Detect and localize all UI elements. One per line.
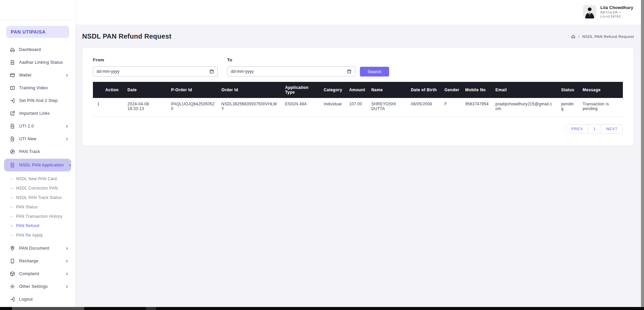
sidebar-item-label: PAN Track [19, 149, 40, 154]
sidebar-item-dashboard[interactable]: Dashboard [0, 43, 75, 56]
sidebar-item-pan-document[interactable]: PAN Document [0, 242, 75, 255]
breadcrumb-current: NSDL PAN Refund Request [582, 35, 634, 39]
wallet-icon [10, 72, 15, 78]
breadcrumb-separator: / [578, 35, 580, 39]
calendar-icon[interactable] [347, 69, 352, 74]
table-cell-p-order-id: PAQLUOJQ8425350520 [168, 98, 218, 117]
table-header-row: Action Date P-Order Id Order Id Applicat… [93, 82, 623, 98]
home-icon [10, 47, 15, 52]
submenu-item-label: PAN Re Apply [16, 233, 43, 238]
from-date-input[interactable]: dd-mm-yyyy [93, 66, 218, 76]
sidebar-item-label: UTI 2.0 [19, 124, 34, 128]
logout-icon [10, 297, 15, 302]
sidebar-item-label: Wallet [19, 73, 32, 78]
table-cell-date-of-birth: 08/05/2008 [408, 98, 441, 117]
page-head: NSDL PAN Refund Request / NSDL PAN Refun… [75, 24, 644, 40]
page-number-button[interactable]: 1 [588, 124, 601, 133]
sidebar-item-other-settings[interactable]: Other Settings [0, 280, 75, 293]
sidebar-item-label: Recharge [19, 259, 38, 263]
submenu-item-label: PAN Status [16, 205, 38, 209]
sidebar: PAN UTIPAISA Dashboard Aadhar Linking St… [0, 0, 75, 310]
user-menu[interactable]: Lila Chowdhury RETAILER LILAC18763 [583, 5, 633, 18]
sidebar-item-training-video[interactable]: Training Video [0, 82, 75, 94]
submenu-item-pan-re-apply[interactable]: –PAN Re Apply [0, 230, 75, 240]
user-name: Lila Chowdhury [600, 5, 633, 10]
sidebar-item-wallet[interactable]: Wallet [0, 69, 75, 82]
submenu-item-nsdl-new-pan-card[interactable]: –NSDL New PAN Card [0, 174, 75, 184]
dash-marker: – [10, 223, 13, 228]
submenu-item-pan-transaction-history[interactable]: –PAN Transaction History [0, 212, 75, 221]
vertical-scrollbar[interactable] [641, 0, 644, 310]
compass-icon [10, 149, 15, 154]
pagination: PREV 1 NEXT [566, 124, 623, 134]
to-date-input[interactable]: dd-mm-yyyy [227, 66, 355, 76]
topbar: Lila Chowdhury RETAILER LILAC18763 [75, 0, 644, 24]
table-cell-application-type: ESIGN 49A [282, 98, 320, 117]
sidebar-item-logout[interactable]: Logout [0, 293, 75, 306]
table-header-cell: Order Id [218, 82, 282, 98]
table-header-cell: P-Order Id [168, 82, 218, 98]
prev-page-button[interactable]: PREV [566, 124, 588, 133]
table-header-cell: Email [492, 82, 558, 98]
table-header-cell: Action [93, 82, 124, 98]
nsdl-pan-application-submenu: –NSDL New PAN Card –NSDL Correction PAN … [0, 172, 75, 242]
table-header-cell: Application Type [282, 82, 320, 98]
main-content: NSDL PAN Refund Request / NSDL PAN Refun… [75, 24, 644, 307]
table-header-cell: Message [579, 82, 623, 98]
chevron-right-icon [65, 73, 69, 78]
sidebar-item-complaint[interactable]: Complaint [0, 267, 75, 280]
table-cell-status: pending [558, 98, 579, 117]
next-page-button[interactable]: NEXT [601, 124, 623, 133]
home-icon[interactable] [571, 34, 576, 39]
gear-icon [10, 284, 15, 289]
sidebar-item-pan-track[interactable]: PAN Track [0, 145, 75, 158]
video-icon [10, 85, 15, 91]
table-header-cell: Amount [346, 82, 368, 98]
sidebar-item-nsdl-pan-application[interactable]: NSDL PAN Application [4, 159, 71, 171]
avatar [583, 5, 596, 18]
sidebar-logo-area [0, 0, 75, 20]
table-header-cell: Category [320, 82, 346, 98]
sidebar-item-set-pin[interactable]: Set PIN And 2 Step [0, 94, 75, 107]
table-header-cell: Mobile No [462, 82, 492, 98]
page-title: NSDL PAN Refund Request [82, 33, 171, 40]
horizontal-scrollbar-thumb[interactable] [12, 307, 84, 310]
chevron-down-icon [619, 11, 622, 14]
horizontal-scrollbar-track[interactable] [0, 307, 644, 310]
sidebar-item-uti-new[interactable]: UTI New [0, 133, 75, 145]
dash-marker: – [10, 233, 13, 238]
dash-marker: – [10, 176, 13, 181]
refund-request-card: From dd-mm-yyyy To dd-mm-yyyy Search [82, 48, 634, 146]
search-button[interactable]: Search [360, 67, 389, 76]
cube-icon [10, 271, 15, 276]
submenu-item-nsdl-pan-track-status[interactable]: –NSDL PAN Track Status [0, 193, 75, 202]
table-header-cell: Gender [441, 82, 462, 98]
submenu-item-pan-status[interactable]: –PAN Status [0, 202, 75, 212]
table-cell-category: Individual [320, 98, 346, 117]
sidebar-item-aadhar-linking-status[interactable]: Aadhar Linking Status [0, 56, 75, 69]
user-role: RETAILER [600, 10, 633, 14]
chevron-right-icon [65, 259, 69, 263]
dash-marker: – [10, 186, 13, 191]
table-header-cell: Date [124, 82, 168, 98]
document-icon [10, 123, 15, 129]
sidebar-item-recharge[interactable]: Recharge [0, 255, 75, 267]
sidebar-nav: Dashboard Aadhar Linking Status Wallet T… [0, 42, 75, 306]
user-info: Lila Chowdhury RETAILER LILAC18763 [600, 5, 633, 18]
sidebar-item-important-links[interactable]: Important Links [0, 107, 75, 120]
chevron-right-icon [65, 285, 69, 289]
calendar-icon[interactable] [209, 69, 214, 74]
from-field: From dd-mm-yyyy [93, 57, 218, 76]
sidebar-item-uti-2-0[interactable]: UTI 2.0 [0, 120, 75, 133]
horizontal-scrollbar-thumb-secondary[interactable] [146, 307, 156, 310]
sidebar-item-label: Complaint [19, 271, 39, 276]
table-cell-mobile-no: 9563747954 [462, 98, 492, 117]
submenu-item-label: NSDL Correction PAN [16, 186, 58, 191]
map-pin-icon [10, 246, 15, 251]
document-icon [10, 136, 15, 142]
chevron-right-icon [65, 137, 69, 141]
table-cell-email: pradipchowdhury215@gmail.com [492, 98, 558, 117]
submenu-item-pan-refund[interactable]: –PAN Refund [0, 221, 75, 230]
submenu-item-nsdl-correction-pan[interactable]: –NSDL Correction PAN [0, 184, 75, 193]
sidebar-item-label: Important Links [19, 111, 50, 116]
